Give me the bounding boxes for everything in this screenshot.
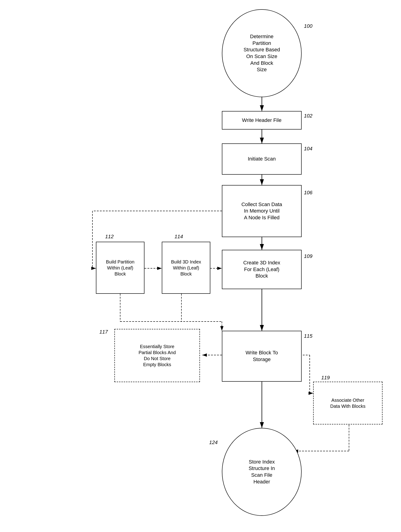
collect-scan-ref: 106 [304,190,313,196]
collect-scan-node: Collect Scan Data In Memory Until A Node… [222,185,302,237]
build-partition-node: Build Partition Within (Leaf) Block [96,242,144,294]
initiate-scan-label: Initiate Scan [248,156,276,162]
create-3d-label: Create 3D Index For Each (Leaf) Block [243,260,280,279]
determine-label: Determine Partition Structure Based On S… [244,33,280,73]
build-3d-ref: 114 [174,234,183,240]
create-3d-node: Create 3D Index For Each (Leaf) Block [222,250,302,289]
essentially-label: Essentially Store Partial Blocks And Do … [138,343,176,367]
build-3d-node: Build 3D Index Within (Leaf) Block [162,242,210,294]
write-block-label: Write Block To Storage [246,349,278,363]
initiate-scan-ref: 104 [304,146,313,152]
store-index-ref: 124 [209,439,218,445]
build-partition-ref: 112 [105,234,114,240]
write-header-label: Write Header File [242,117,282,124]
write-header-ref: 102 [304,113,313,119]
collect-scan-label: Collect Scan Data In Memory Until A Node… [241,201,282,221]
associate-label: Associate Other Data With Blocks [330,397,365,409]
write-header-node: Write Header File [222,111,302,130]
build-3d-label: Build 3D Index Within (Leaf) Block [171,259,201,277]
determine-node: Determine Partition Structure Based On S… [222,9,302,97]
build-partition-label: Build Partition Within (Leaf) Block [106,259,134,277]
initiate-scan-node: Initiate Scan [222,143,302,175]
store-index-node: Store Index Structure In Scan File Heade… [222,428,302,516]
store-index-label: Store Index Structure In Scan File Heade… [249,459,275,485]
create-3d-ref: 109 [304,253,313,259]
associate-node: Associate Other Data With Blocks [313,382,382,424]
determine-ref: 100 [304,23,313,29]
associate-ref: 119 [321,375,330,381]
essentially-node: Essentially Store Partial Blocks And Do … [114,329,200,382]
write-block-ref: 115 [304,333,313,339]
essentially-ref: 117 [99,329,108,335]
write-block-node: Write Block To Storage [222,331,302,382]
